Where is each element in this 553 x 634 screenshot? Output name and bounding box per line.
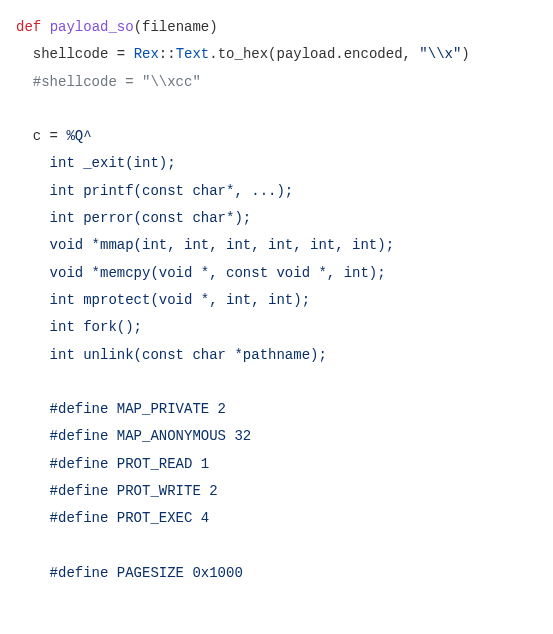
function-name: payload_so (50, 19, 134, 35)
code-line-5: int _exit(int); (16, 150, 553, 177)
code-line-1: def payload_so(filename) (16, 14, 553, 41)
code-line-16: #define PROT_WRITE 2 (16, 478, 553, 505)
code-line-17: #define PROT_EXEC 4 (16, 505, 553, 532)
code-line-blank-1 (16, 96, 553, 123)
parameter: filename (142, 19, 209, 35)
code-line-3: #shellcode = "\\xcc" (16, 69, 553, 96)
keyword-def: def (16, 19, 41, 35)
code-line-blank-3 (16, 533, 553, 560)
variable-c: c (33, 128, 50, 144)
code-line-2: shellcode = Rex::Text.to_hex(payload.enc… (16, 41, 553, 68)
code-line-9: void *memcpy(void *, const void *, int); (16, 260, 553, 287)
code-line-6: int printf(const char*, ...); (16, 178, 553, 205)
code-line-18: #define PAGESIZE 0x1000 (16, 560, 553, 587)
string-literal: "\\x" (419, 46, 461, 62)
code-line-13: #define MAP_PRIVATE 2 (16, 396, 553, 423)
code-line-4: c = %Q^ (16, 123, 553, 150)
module-text: Text (176, 46, 210, 62)
variable-shellcode: shellcode (33, 46, 117, 62)
code-line-11: int fork(); (16, 314, 553, 341)
code-line-12: int unlink(const char *pathname); (16, 342, 553, 369)
code-line-10: int mprotect(void *, int, int); (16, 287, 553, 314)
comment: #shellcode = "\\xcc" (33, 74, 201, 90)
code-line-7: int perror(const char*); (16, 205, 553, 232)
code-line-15: #define PROT_READ 1 (16, 451, 553, 478)
code-line-8: void *mmap(int, int, int, int, int, int)… (16, 232, 553, 259)
method-to-hex: to_hex (218, 46, 268, 62)
code-line-14: #define MAP_ANONYMOUS 32 (16, 423, 553, 450)
module-rex: Rex (134, 46, 159, 62)
percent-literal: %Q^ (66, 128, 91, 144)
code-line-blank-2 (16, 369, 553, 396)
